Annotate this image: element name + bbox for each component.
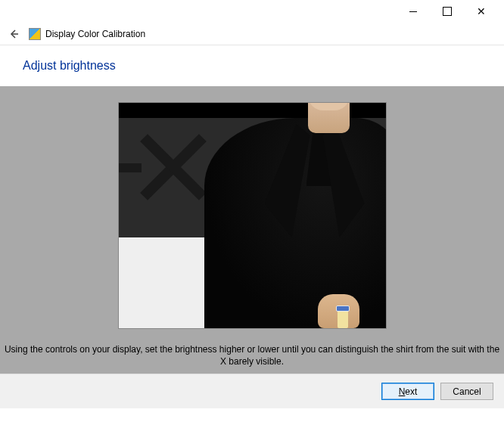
minimize-button[interactable] xyxy=(396,1,430,22)
window-titlebar: ✕ xyxy=(0,0,504,23)
cancel-button[interactable]: Cancel xyxy=(440,383,493,400)
sample-x-mark xyxy=(134,133,202,201)
sample-x-bar xyxy=(119,163,142,172)
next-button-rest: ext xyxy=(405,386,417,397)
brightness-sample-image xyxy=(119,103,386,328)
sample-pen-body xyxy=(338,309,348,328)
maximize-button[interactable] xyxy=(430,1,464,22)
back-arrow-icon xyxy=(8,28,20,40)
back-button[interactable] xyxy=(6,26,21,42)
sample-pen-ring xyxy=(336,305,350,312)
next-button[interactable]: Next xyxy=(381,383,434,400)
sample-figure xyxy=(212,103,386,328)
page-heading: Adjust brightness xyxy=(0,45,504,86)
header-bar: Display Color Calibration xyxy=(0,23,504,45)
content-area: Using the controls on your display, set … xyxy=(0,86,504,374)
close-button[interactable]: ✕ xyxy=(464,1,498,22)
app-icon xyxy=(29,28,41,40)
instruction-text: Using the controls on your display, set … xyxy=(0,343,504,368)
app-title: Display Color Calibration xyxy=(45,29,145,39)
footer-bar: Next Cancel xyxy=(0,374,504,408)
